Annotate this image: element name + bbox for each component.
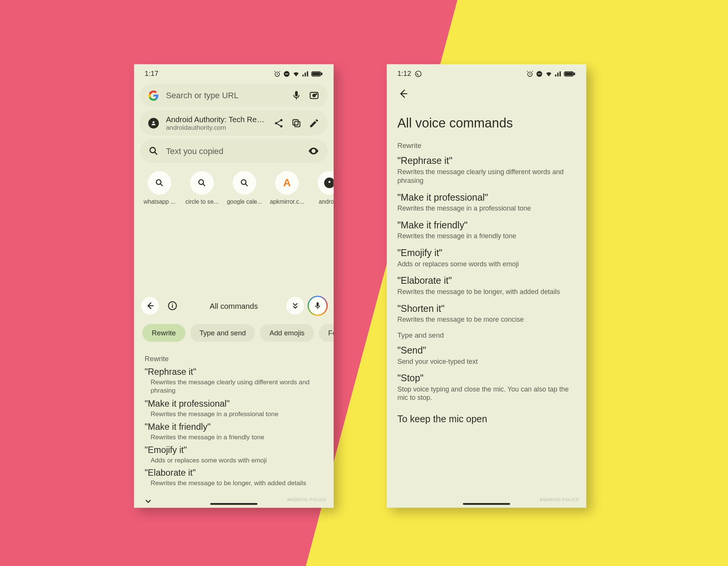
shortcut-label: androi...	[319, 198, 334, 205]
search-placeholder: Search or type URL	[166, 91, 284, 100]
watermark: ANDROID POLICE	[540, 498, 579, 502]
recent-site[interactable]: Android Authority: Tech Revie... android…	[140, 110, 328, 136]
command-title: "Make it professional"	[397, 192, 576, 203]
command-title: "Rephrase it"	[145, 366, 323, 376]
svg-point-19	[328, 181, 330, 183]
chip-rewrite[interactable]: Rewrite	[142, 324, 185, 342]
command-title: "Make it professional"	[145, 398, 323, 408]
command-item: "Stop" Stop voice typing and close the m…	[397, 373, 576, 402]
command-title: "Emojify it"	[397, 248, 576, 258]
wifi-icon	[545, 70, 552, 77]
svg-point-7	[313, 94, 315, 97]
eye-icon[interactable]	[308, 145, 319, 157]
command-title: "Elaborate it"	[145, 468, 323, 478]
phone-screenshot-left: 1:17 Search or type URL Android Authorit…	[134, 64, 334, 508]
svg-point-16	[156, 180, 161, 184]
command-desc: Rewrites the message in a professional t…	[151, 409, 323, 418]
info-button[interactable]	[163, 297, 181, 315]
share-icon[interactable]	[273, 118, 284, 128]
apkmirror-icon: A	[275, 171, 299, 195]
command-title: "Emojify it"	[145, 445, 323, 454]
shortcut-label: google cale...	[227, 198, 262, 205]
command-desc: Send your voice-typed text	[397, 357, 576, 366]
collapse-button[interactable]	[286, 297, 304, 315]
command-item: "Send" Send your voice-typed text	[397, 345, 576, 366]
section-label: Rewrite	[397, 142, 576, 150]
nav-handle[interactable]	[463, 503, 510, 505]
watermark: ANDROID POLICE	[287, 498, 326, 502]
dnd-icon	[283, 70, 290, 77]
commands-panel: All commands Rewrite Type and send Add e…	[134, 290, 334, 508]
site-icon	[318, 171, 334, 195]
svg-rect-24	[538, 73, 541, 74]
command-desc: Rewrites the message to be longer, with …	[151, 479, 323, 487]
svg-rect-4	[321, 73, 322, 75]
status-bar: 1:12	[387, 64, 586, 81]
svg-point-18	[241, 180, 246, 184]
command-desc: Rewrites the message to be longer, with …	[397, 287, 576, 296]
chevron-down-icon	[143, 497, 153, 506]
svg-rect-13	[295, 121, 300, 126]
svg-rect-2	[285, 73, 288, 74]
signal-icon	[554, 70, 562, 77]
site-favicon	[148, 118, 159, 128]
command-desc: Rewrites the message clearly using diffe…	[151, 378, 323, 395]
shortcut-item[interactable]: whatsapp ...	[140, 171, 179, 205]
command-desc: Adds or replaces some words with emoji	[151, 456, 323, 464]
edit-icon[interactable]	[309, 118, 319, 128]
status-time: 1:17	[145, 69, 158, 78]
command-item: "Emojify it" Adds or replaces some words…	[145, 445, 323, 464]
svg-rect-27	[565, 72, 573, 75]
phone-screenshot-right: 1:12 All voice commands Rewrite "Rephras…	[387, 64, 586, 508]
shortcut-label: whatsapp ...	[144, 198, 176, 205]
shortcut-label: apkmirror.c...	[270, 198, 304, 205]
search-bar[interactable]: Search or type URL	[140, 84, 328, 107]
status-icons	[526, 70, 576, 77]
commands-list[interactable]: Rewrite "Rephrase it" Rewrites the messa…	[134, 347, 334, 495]
command-desc: Adds or replaces some words with emoji	[397, 259, 576, 268]
command-item: "Shorten it" Rewrites the message to be …	[397, 303, 576, 324]
clipboard-row[interactable]: Text you copied	[140, 139, 328, 163]
nav-handle[interactable]	[210, 503, 257, 505]
section-label: Rewrite	[145, 355, 323, 363]
shortcut-item[interactable]: A apkmirror.c...	[267, 171, 306, 205]
command-chips: Rewrite Type and send Add emojis Fo	[134, 318, 334, 348]
site-url: androidauthority.com	[166, 124, 267, 131]
copy-icon[interactable]	[291, 118, 302, 128]
shortcut-item[interactable]: androi...	[310, 171, 334, 205]
chip-add-emojis[interactable]: Add emojis	[260, 324, 314, 342]
page-title: All voice commands	[387, 108, 586, 136]
voice-mic-button[interactable]	[309, 297, 326, 315]
voice-commands-list[interactable]: Rewrite "Rephrase it" Rewrites the messa…	[387, 142, 586, 402]
footer-text: To keep the mic open	[387, 409, 586, 424]
lens-icon[interactable]	[309, 90, 319, 101]
shortcut-item[interactable]: google cale...	[225, 171, 264, 205]
chip-more[interactable]: Fo	[319, 324, 334, 342]
command-item: "Rephrase it" Rewrites the message clear…	[145, 366, 323, 395]
back-row	[387, 81, 586, 108]
command-item: "Make it friendly" Rewrites the message …	[145, 421, 323, 441]
chip-type-and-send[interactable]: Type and send	[190, 324, 255, 342]
shortcuts-row: whatsapp ... circle to se... google cale…	[134, 166, 334, 204]
svg-point-8	[316, 94, 317, 94]
command-title: "Shorten it"	[397, 303, 576, 314]
back-button[interactable]	[141, 297, 159, 315]
command-item: "Elaborate it" Rewrites the message to b…	[397, 275, 576, 296]
svg-point-17	[199, 180, 203, 184]
signal-icon	[302, 70, 309, 77]
alarm-icon	[273, 70, 281, 77]
info-icon	[167, 300, 178, 311]
status-icons	[273, 70, 323, 77]
mic-icon	[314, 302, 322, 310]
command-title: "Make it friendly"	[145, 421, 323, 431]
alarm-icon	[526, 70, 533, 77]
shortcut-item[interactable]: circle to se...	[182, 171, 221, 205]
svg-point-9	[152, 121, 154, 123]
arrow-left-icon[interactable]	[397, 88, 409, 99]
mic-icon[interactable]	[291, 90, 302, 101]
command-title: "Send"	[397, 345, 576, 356]
svg-rect-5	[312, 72, 320, 75]
status-time: 1:12	[397, 69, 411, 78]
command-title: "Stop"	[397, 373, 576, 384]
search-icon	[148, 146, 159, 156]
